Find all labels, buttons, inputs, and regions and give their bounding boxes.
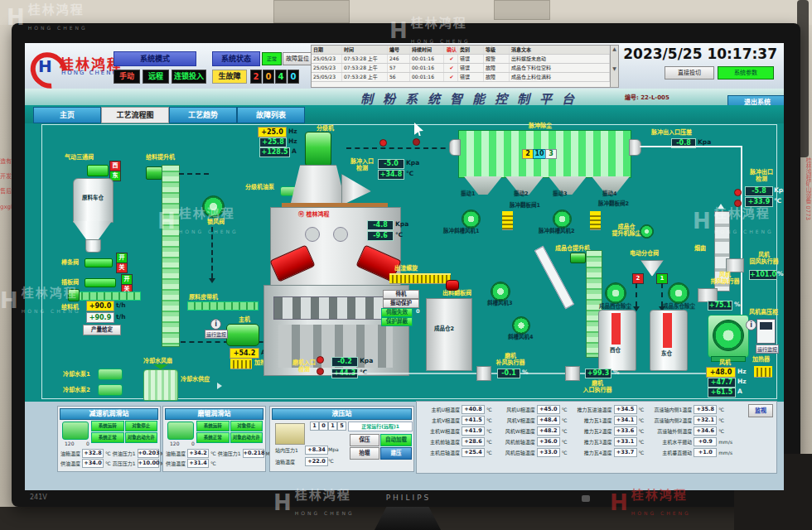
alarm-cell: 错误 (458, 55, 484, 63)
tab-trend[interactable]: 工艺趋势 (169, 107, 237, 123)
main-motor-label: 主机 (239, 316, 250, 323)
unit: Hz (288, 128, 297, 135)
discharge-valve[interactable] (446, 280, 459, 291)
tab-process-flow[interactable]: 工艺流程图 (101, 107, 169, 123)
raise-roller-button[interactable]: 抬辊 (350, 447, 379, 460)
shelf-object (273, 0, 350, 23)
lube-value: 油箱温度 (60, 450, 80, 457)
info-icon[interactable]: i (746, 320, 756, 330)
lube-value: +31.4 (187, 459, 209, 468)
datetime-display: 2023/5/25 10:17:37 (605, 46, 777, 62)
protect-mask-button[interactable]: 保护屏蔽 (381, 317, 413, 326)
fan-hz-setpoint: +48.0 (706, 367, 736, 378)
alarm-cell: 25/05/23 (312, 64, 342, 72)
chute-fan1 (462, 210, 481, 229)
temps-cell: 主机U相温度 (420, 406, 460, 413)
divert-valve-label: 电动分仓阀 (630, 250, 659, 257)
temps-cell: 风机W相温度 (499, 427, 535, 435)
sensor-icon (317, 368, 324, 375)
alarm-header-row: 日期时间编号持续时间确认类别等级消息文本 (312, 46, 610, 55)
vibration-protect-button[interactable]: 振动保护 (383, 299, 419, 308)
interlock-button[interactable]: 连锁投入 (172, 70, 206, 84)
cabinet-screen (760, 322, 772, 330)
monitor-power-button[interactable] (582, 495, 590, 502)
scroll-down-icon[interactable]: ▼ (612, 65, 616, 71)
feeder-actual-unit: t/h (116, 313, 126, 320)
three-way-valve[interactable] (87, 165, 109, 176)
pulse-flap1-label: 脉冲翻板阀1 (510, 203, 540, 209)
gate-valve[interactable] (85, 278, 116, 287)
alarm-cell: 时间 (342, 46, 388, 54)
west-bin-dust-fan (605, 282, 626, 304)
auto-load-button[interactable]: 自动加载 (380, 434, 412, 446)
duct (640, 146, 742, 147)
sensor-icon (379, 139, 387, 147)
tab-home[interactable]: 主页 (33, 107, 101, 123)
slag-screw-label: 出渣螺旋 (394, 265, 418, 272)
temps-cell: +40.8 (462, 405, 485, 414)
tab-fault-list[interactable]: 故障列表 (237, 107, 305, 123)
system-status-header: 系统状态 (212, 51, 260, 66)
lube-value-row: 供油温度+34.0℃高压压力1+10.00Mpa (60, 458, 171, 468)
pressure-hold-button[interactable]: 保压 (350, 434, 379, 446)
temps-cell: ℃ (562, 439, 568, 445)
system-params-button[interactable]: 系统参数 (718, 66, 774, 80)
temps-column: 高速轴内侧1温度+35.8℃高速轴内侧2温度+32.1℃高速轴外侧温度+34.6… (650, 405, 732, 456)
alarm-cell: 25/05/23 (312, 55, 342, 63)
temps-cell: ℃ (562, 407, 568, 412)
makeup-actuator (476, 366, 491, 381)
classifier-hz-setpoint: +25.0 (258, 127, 287, 137)
temps-cell: ℃ (486, 407, 492, 412)
direct-switch-button[interactable]: 直接投切 (665, 66, 714, 80)
hyd-digit: 1 (328, 422, 337, 431)
main-motor-amps: +54.2 (230, 348, 259, 359)
alarm-cell: 07:53:28 上午 (342, 64, 388, 72)
lube-pump (167, 422, 194, 440)
chute-fan2-label: 脉冲斜槽风机2 (539, 229, 575, 234)
remote-mode-button[interactable]: 远程 (143, 70, 169, 84)
hydraulic-panel: 液压站 1 0 1 5 正常运行(远程)1 站内压力1 +8.34 Mpa 油箱… (269, 406, 414, 472)
temps-row: 高速轴外侧温度+34.6℃ (650, 426, 732, 435)
pulse-inlet-kpa: -5.0 (378, 159, 404, 169)
alarm-cell: 246 (388, 55, 410, 63)
lube-value: +0.218 (243, 449, 264, 458)
standby-button[interactable]: 待机 (383, 290, 419, 299)
collector-value-1: 2 (522, 149, 534, 159)
alarm-row[interactable]: 25/05/2307:53:28 上午5600:01:16✔错误故障成品仓上料位… (312, 73, 610, 82)
temps-cell: +48.4 (537, 416, 560, 425)
build-pressure-button[interactable]: 建压 (380, 447, 412, 460)
info-icon[interactable]: i (210, 319, 221, 330)
inlet-actuator (565, 366, 580, 381)
three-way-valve-label: 气动三通阀 (65, 154, 94, 161)
temperature-table: 主机U相温度+40.8℃主机V相温度+41.5℃主机W相温度+41.9℃主机前轴… (416, 401, 777, 474)
lube-value: +32.8 (82, 449, 104, 458)
alarm-cell: 00:01:16 (410, 64, 444, 72)
fan-monitor-button[interactable]: 运行监控 (756, 344, 779, 354)
temps-cell: +25.4 (462, 448, 485, 457)
silo-label: 原料车仓 (76, 195, 109, 201)
temps-cell: +33.1 (614, 437, 637, 446)
status-count-2: 0 (263, 70, 274, 84)
fault-reset-button[interactable]: 故障复位 (283, 52, 312, 65)
hydraulic-unit (275, 423, 305, 445)
makeup-actuator-label: 磨机补风执行器 (494, 353, 527, 366)
temps-row: 主机W相温度+41.9℃ (420, 426, 492, 435)
lube-value-row: 供油温度+31.4℃ (166, 458, 276, 468)
manual-mode-button[interactable]: 手动 (114, 70, 140, 84)
fan-hv-cabinet (756, 319, 776, 344)
temps-cell: 主机V相温度 (420, 417, 460, 424)
temps-cell: 推力瓦4温度 (574, 449, 612, 456)
run-monitor-button[interactable]: 运行监控 (205, 330, 228, 339)
sensor-icon (317, 356, 324, 364)
mill-inlet-kpa: -0.2 (331, 357, 358, 367)
temps-row: 风机U相温度+45.0℃ (499, 405, 568, 413)
monitor-model-label: 241V (30, 494, 47, 501)
alarm-row[interactable]: 25/05/2307:53:28 上午5700:01:16✔错误故障成品仓下料位… (312, 64, 610, 73)
temps-row: 高速轴内侧1温度+35.8℃ (650, 405, 732, 413)
bar-valve[interactable] (85, 258, 113, 267)
monitor-view-button[interactable]: 监视 (748, 404, 773, 417)
collector-label: 脉冲除尘 (529, 123, 552, 129)
alarm-row[interactable]: 25/05/2307:53:28 上午24600:01:16✔错误报警出料螺旋未… (312, 55, 610, 64)
hyd-label: 油箱温度 (275, 458, 295, 465)
output-setpoint-button[interactable]: 产量给定 (83, 325, 121, 335)
